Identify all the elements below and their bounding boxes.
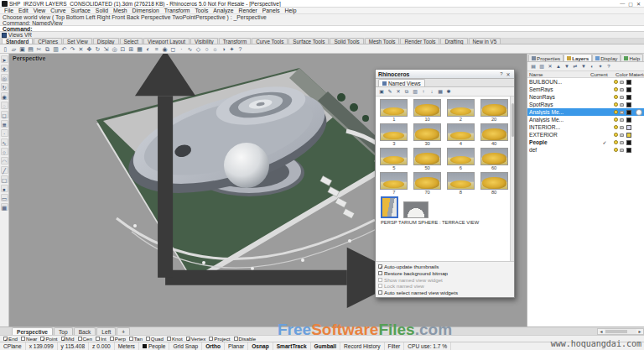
layer-material-icon[interactable] [636,86,642,93]
menu-mesh[interactable]: Mesh [111,8,130,13]
tab-layers[interactable]: Layers [564,54,592,61]
viewport-tab-back[interactable]: Back [74,327,96,335]
layer-lock-icon[interactable] [620,103,624,107]
toggle-filter[interactable]: Filter [385,342,405,350]
checkbox[interactable] [96,337,100,341]
layer-visibility-icon[interactable] [614,110,618,114]
layer-help-icon[interactable]: ? [605,63,612,70]
zoom-extents-icon[interactable]: ⊡ [119,45,127,53]
checkbox[interactable] [167,337,171,341]
toolbar-tab-new-in-v5[interactable]: New in V5 [469,38,501,44]
layer-row[interactable]: SpotRays [527,101,644,108]
checkbox[interactable] [186,337,190,341]
hide-object-icon[interactable]: ◌ [1,102,8,109]
menu-render[interactable]: Render [236,8,260,13]
lock-object-icon[interactable]: ◻ [1,111,8,118]
minimize-button[interactable]: — [620,1,625,7]
osnap-near[interactable]: Near [21,336,37,342]
toggle-grid-snap[interactable]: Grid Snap [169,342,202,350]
shade-icon[interactable]: ◑ [220,45,227,53]
layer-lock-icon[interactable] [620,126,624,129]
toolbar-tab-viewport-layout[interactable]: Viewport Layout [143,38,190,44]
render-icon[interactable]: ☼ [211,45,219,53]
toolbar-tab-visibility[interactable]: Visibility [190,38,218,44]
layer-material-icon[interactable] [636,124,642,131]
toggle-gumball[interactable]: Gumball [311,342,340,350]
sphere-tool-icon[interactable]: ● [1,185,8,192]
layers-icon[interactable]: ≡ [153,45,160,53]
command-input[interactable]: Command: [0,26,644,32]
osnap-quad[interactable]: Quad [146,336,164,342]
visibility-icon[interactable]: ◉ [1,92,8,100]
layer-material-icon[interactable] [636,132,642,138]
view-thumbnail[interactable] [413,148,441,165]
toggle-planar[interactable]: Planar [225,342,248,350]
display-mode-icon[interactable]: ◐ [144,45,152,53]
layer-row[interactable]: INTERIOR... [527,123,644,131]
selected-view-thumbnail[interactable] [381,196,398,218]
layer-visibility-icon[interactable] [614,125,618,129]
lock-icon[interactable]: ◻ [169,45,177,53]
layer-visibility-icon[interactable] [614,133,618,137]
layer-color-swatch[interactable] [626,87,631,92]
option-auto-update-thumbnails[interactable]: Auto-update thumbnails [378,264,512,270]
view-thumbnail[interactable] [403,201,428,218]
toggle-record-history[interactable]: Record History [340,342,385,350]
panel-title-bar[interactable]: Rhinoceros ? ✕ [376,70,514,79]
option-auto-select-named-view-widgets[interactable]: Auto select named view widgets [378,289,512,295]
menu-edit[interactable]: Edit [16,8,31,13]
pan-icon[interactable]: ⊞ [127,45,135,53]
move-down-icon[interactable]: ▼ [564,63,570,70]
toolbar-tab-curve-tools[interactable]: Curve Tools [252,38,288,44]
layers-hscrollbar[interactable]: ◄ ► [597,328,644,335]
current-layer-chip[interactable]: People [139,342,170,350]
osnap-vertex[interactable]: Vertex [186,336,206,342]
menu-tools[interactable]: Tools [192,8,210,13]
help-icon[interactable]: ? [236,45,244,53]
layer-tools-icon[interactable]: ✦ [597,63,604,70]
toolbar-tab-display[interactable]: Display [93,38,119,44]
osnap-cen[interactable]: Cen [78,336,92,342]
redo-icon[interactable]: ↷ [69,45,76,53]
tab-named-views[interactable]: Named Views [378,79,425,86]
move-up-icon[interactable]: ↑ [420,88,427,95]
import-view-icon[interactable]: ▦ [437,88,444,95]
zoom-window-icon[interactable]: ◎ [111,45,118,53]
curve-icon[interactable]: ∿ [186,45,194,53]
move-down-icon[interactable]: ↓ [428,88,435,95]
polyline-tool-icon[interactable]: ╱ [1,166,8,174]
layer-color-swatch[interactable] [626,118,631,123]
menu-help[interactable]: Help [283,8,299,13]
layer-lock-icon[interactable] [620,118,624,122]
curve-tool-icon[interactable]: ∿ [1,138,8,146]
viewport-tab-add[interactable]: + [117,327,130,335]
layer-lock-icon[interactable] [620,88,624,91]
view-thumbnail[interactable] [380,99,408,117]
toolbar-tab-drafting[interactable]: Drafting [440,38,467,44]
osnap-mid[interactable]: Mid [61,336,75,342]
save-view-icon[interactable]: ▣ [378,88,385,95]
properties-icon[interactable]: ✦ [228,45,236,53]
option-restore-background-bitmap[interactable]: Restore background bitmap [378,270,512,277]
print-icon[interactable]: ▤ [27,45,34,53]
layer-color-swatch[interactable] [626,140,631,145]
osnap-tan[interactable]: Tan [129,336,143,342]
checkbox[interactable] [209,337,213,341]
view-thumbnail[interactable] [413,123,441,141]
view-thumbnail[interactable] [413,172,441,190]
checkbox[interactable] [234,337,238,341]
view-thumbnail[interactable] [480,172,508,190]
layer-row[interactable]: SemRays [527,86,644,93]
scroll-right-icon[interactable]: ► [636,329,643,334]
move-up-icon[interactable]: ▲ [555,63,562,70]
close-button[interactable]: ✕ [636,1,641,7]
layer-material-icon[interactable] [636,147,642,154]
surface-icon[interactable]: ◇ [195,45,202,53]
toolbar-tab-render-tools[interactable]: Render Tools [400,38,439,44]
viewport-tab-perspective[interactable]: Perspective [12,327,53,335]
scroll-left-icon[interactable]: ◄ [598,329,605,334]
view-thumbnail[interactable] [480,99,508,117]
views-vr-icon[interactable] [2,33,7,38]
checkbox[interactable] [378,271,382,275]
rotate-view-icon[interactable]: ↻ [1,83,8,91]
